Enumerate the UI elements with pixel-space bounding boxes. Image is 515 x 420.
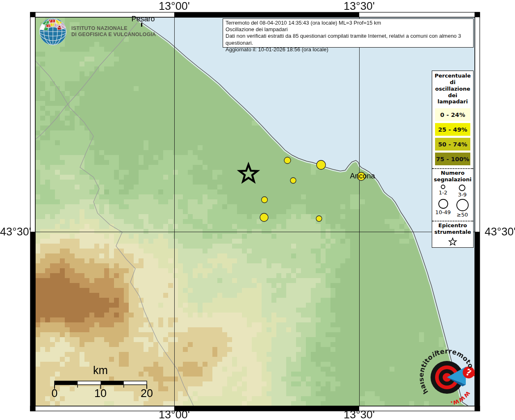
event-title-line: Terremoto del 08-04-2010 14:35:43 (ora l… xyxy=(226,20,471,26)
axis-label-top-13-30: 13°30' xyxy=(335,0,384,13)
event-data-note-line: Dati non verificati estratti da 85 quest… xyxy=(226,33,471,46)
count-circle-icon xyxy=(440,184,446,189)
scalebar-unit-label: km xyxy=(80,364,121,377)
axis-label-bottom-13-00: 13°00' xyxy=(150,409,199,420)
count-label: 3-9 xyxy=(458,192,467,198)
ingv-logo-text: ISTITUTO NAZIONALE DI GEOFISICA E VULCAN… xyxy=(71,25,156,38)
count-circle-icon xyxy=(456,199,469,212)
scalebar-tick-20: 20 xyxy=(139,387,155,400)
legend-counts-title: Numero segnalazioni xyxy=(432,170,473,183)
event-effect-line: Oscillazione dei lampadari xyxy=(226,26,471,33)
event-updated-line: Aggiornato il: 10-01-2026 18:56 (ora loc… xyxy=(226,46,471,53)
haisentitoilterremoto-logo: ? haisentitoilterremoto.it www. xyxy=(420,344,475,409)
map-page: 13°00' 13°30' 13°00' 13°30' 43°30' 43°30… xyxy=(0,0,515,420)
legend-class-swatch: 0 - 24% xyxy=(435,108,470,121)
legend-panel: Percentuale di oscillazione dei lampadar… xyxy=(432,71,474,248)
ingv-line1: ISTITUTO NAZIONALE xyxy=(71,25,156,32)
legend-title: Percentuale di oscillazione dei lampadar… xyxy=(434,73,472,105)
legend-class-swatch: 75 - 100% xyxy=(435,153,470,165)
count-label: 1-2 xyxy=(439,189,447,196)
axis-label-bottom-13-30: 13°30' xyxy=(335,409,384,420)
axis-label-left-43-30: 43°30' xyxy=(0,226,26,238)
legend-epicenter-title: Epicentro strumentale xyxy=(432,222,473,236)
legend-count-symbols: 1-23-910-49≥50 xyxy=(433,184,472,218)
scalebar-tick-0: 0 xyxy=(46,387,63,400)
watermark-svg: ? haisentitoilterremoto.it www. xyxy=(420,344,475,408)
legend-class-swatch: 50 - 74% xyxy=(435,138,470,151)
ingv-globe-icon xyxy=(39,17,68,46)
count-label: ≥50 xyxy=(457,212,468,218)
legend-separator-1 xyxy=(432,168,473,169)
city-label-pesaro: Pesaro xyxy=(118,15,168,23)
event-info-box: Terremoto del 08-04-2010 14:35:43 (ora l… xyxy=(223,18,474,48)
bullseye-icon xyxy=(431,361,466,394)
legend-count-item: 10-49 xyxy=(435,199,451,218)
legend-count-item: 1-2 xyxy=(439,184,447,198)
epicenter-star-icon xyxy=(447,237,459,247)
legend-separator-2 xyxy=(432,221,473,221)
terrain-map-canvas xyxy=(35,17,475,406)
legend-class-swatch: 25 - 49% xyxy=(435,123,470,136)
axis-label-top-13-00: 13°00' xyxy=(150,0,199,13)
city-label-ancona: Ancona xyxy=(338,172,387,180)
legend-count-item: 3-9 xyxy=(458,184,467,198)
scalebar-tick-10: 10 xyxy=(92,387,109,400)
axis-label-right-43-30: 43°30' xyxy=(485,226,515,238)
ingv-line2: DI GEOFISICA E VULCANOLOGIA xyxy=(71,32,156,38)
count-label: 10-49 xyxy=(435,209,451,215)
count-circle-icon xyxy=(438,199,449,209)
count-circle-icon xyxy=(458,184,466,192)
legend-count-item: ≥50 xyxy=(456,199,469,218)
